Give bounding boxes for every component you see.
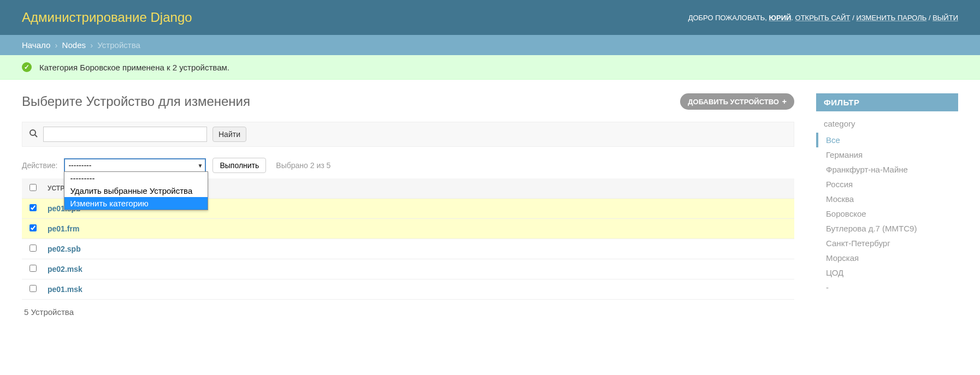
username[interactable]: ЮРИЙ xyxy=(769,14,792,22)
row-link[interactable]: pe01.msk xyxy=(48,285,82,294)
filter-header: ФИЛЬТР xyxy=(816,93,958,111)
row-checkbox[interactable] xyxy=(29,204,37,211)
action-option-delete[interactable]: Удалить выбранные Устройства xyxy=(64,184,208,197)
add-button[interactable]: ДОБАВИТЬ УСТРОЙСТВО + xyxy=(680,93,794,110)
filter-item[interactable]: Россия xyxy=(816,177,958,192)
filter-item[interactable]: - xyxy=(816,280,958,295)
filter-item[interactable]: Франкфурт-на-Майне xyxy=(816,162,958,177)
filter-item[interactable]: Германия xyxy=(816,147,958,162)
action-label: Действие: xyxy=(22,161,57,170)
check-icon: ✓ xyxy=(22,62,32,72)
add-button-label: ДОБАВИТЬ УСТРОЙСТВО xyxy=(688,98,778,106)
header: Администрирование Django ДОБРО ПОЖАЛОВАТ… xyxy=(0,0,980,35)
message-success: ✓ Категория Боровское применена к 2 устр… xyxy=(0,55,980,80)
svg-point-0 xyxy=(30,130,36,135)
result-count: 5 Устройства xyxy=(22,300,794,317)
search-icon xyxy=(29,129,38,140)
breadcrumb-sep: › xyxy=(55,40,57,50)
view-site-link[interactable]: ОТКРЫТЬ САЙТ xyxy=(795,14,851,22)
breadcrumb-app[interactable]: Nodes xyxy=(62,40,86,50)
select-all-checkbox[interactable] xyxy=(29,184,37,191)
row-link[interactable]: pe02.msk xyxy=(48,265,82,273)
row-link[interactable]: pe02.spb xyxy=(48,245,81,253)
search-button[interactable]: Найти xyxy=(212,127,246,142)
filter-item[interactable]: Бутлерова д.7 (ММТС9) xyxy=(816,221,958,236)
row-checkbox[interactable] xyxy=(29,245,37,252)
breadcrumb-home[interactable]: Начало xyxy=(22,40,50,50)
filter-item[interactable]: Морская xyxy=(816,251,958,265)
filter-panel: ФИЛЬТР category ВсеГерманияФранкфурт-на-… xyxy=(816,93,958,295)
breadcrumb: Начало › Nodes › Устройства xyxy=(0,35,980,55)
filter-item[interactable]: Санкт-Петербург xyxy=(816,236,958,251)
user-tools: ДОБРО ПОЖАЛОВАТЬ, ЮРИЙ. ОТКРЫТЬ САЙТ / И… xyxy=(688,14,958,22)
row-checkbox[interactable] xyxy=(29,224,37,231)
breadcrumb-current: Устройства xyxy=(97,40,140,50)
row-link[interactable]: pe01.frm xyxy=(48,224,79,233)
page-title: Выберите Устройство для изменения xyxy=(22,94,250,109)
selection-counter: Выбрано 2 из 5 xyxy=(276,161,330,170)
action-select[interactable] xyxy=(64,158,206,172)
site-title[interactable]: Администрирование Django xyxy=(22,10,192,25)
action-option-blank[interactable]: --------- xyxy=(64,172,208,184)
row-checkbox[interactable] xyxy=(29,285,37,292)
search-toolbar: Найти xyxy=(22,122,794,147)
welcome-text: ДОБРО ПОЖАЛОВАТЬ, xyxy=(688,14,767,22)
table-row: pe02.msk xyxy=(22,259,794,279)
row-checkbox[interactable] xyxy=(29,265,37,272)
table-row: pe02.spb xyxy=(22,239,794,259)
breadcrumb-sep: › xyxy=(90,40,93,50)
table-row: pe01.msk xyxy=(22,279,794,300)
filter-item[interactable]: ЦОД xyxy=(816,265,958,280)
filter-item[interactable]: Боровское xyxy=(816,206,958,221)
action-option-change-category[interactable]: Изменить категорию xyxy=(64,197,208,210)
filter-item[interactable]: Все xyxy=(816,133,958,147)
logout-link[interactable]: ВЫЙТИ xyxy=(932,14,958,22)
message-text: Категория Боровское применена к 2 устрой… xyxy=(39,63,229,72)
filter-item[interactable]: Москва xyxy=(816,192,958,206)
change-password-link[interactable]: ИЗМЕНИТЬ ПАРОЛЬ xyxy=(856,14,926,22)
table-row: pe01.frm xyxy=(22,219,794,239)
filter-group-title: category xyxy=(816,111,958,133)
svg-line-1 xyxy=(35,135,37,137)
search-input[interactable] xyxy=(43,127,207,142)
plus-icon: + xyxy=(782,97,787,106)
actions-row: Действие: ▼ --------- Удалить выбранные … xyxy=(22,158,794,173)
action-dropdown: --------- Удалить выбранные Устройства И… xyxy=(64,171,208,210)
action-go-button[interactable]: Выполнить xyxy=(212,158,266,173)
sep: . xyxy=(791,14,795,22)
